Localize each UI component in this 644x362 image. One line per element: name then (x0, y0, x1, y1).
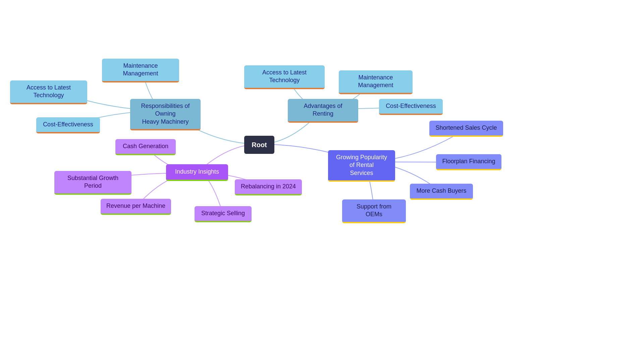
node-access_right[interactable]: Access to Latest Technology (244, 65, 325, 89)
node-responsibilities[interactable]: Responsibilities of OwningHeavy Machiner… (130, 99, 201, 130)
mindmap-container: RootResponsibilities of OwningHeavy Mach… (0, 0, 644, 362)
node-revenue[interactable]: Revenue per Machine (101, 199, 171, 215)
node-cost_right[interactable]: Cost-Effectiveness (379, 99, 443, 115)
node-more_cash[interactable]: More Cash Buyers (410, 184, 473, 200)
node-support[interactable]: Support from OEMs (342, 199, 406, 223)
node-substantial[interactable]: Substantial Growth Period (54, 171, 131, 195)
node-industry[interactable]: Industry Insights (166, 164, 228, 181)
node-strategic[interactable]: Strategic Selling (195, 206, 252, 222)
node-advantages[interactable]: Advantages of Renting (288, 99, 358, 123)
node-shortened[interactable]: Shortened Sales Cycle (429, 121, 503, 137)
node-rebalancing[interactable]: Rebalancing in 2024 (235, 179, 302, 195)
node-access_left[interactable]: Access to Latest Technology (10, 80, 87, 104)
node-root[interactable]: Root (244, 136, 274, 154)
node-cost_left[interactable]: Cost-Effectiveness (36, 117, 100, 133)
node-maintenance_left[interactable]: Maintenance Management (102, 59, 179, 82)
node-growing[interactable]: Growing Popularity of RentalServices (328, 150, 395, 182)
node-cash_gen[interactable]: Cash Generation (115, 139, 176, 155)
node-maintenance_right[interactable]: Maintenance Management (339, 70, 413, 94)
node-floorplan[interactable]: Floorplan Financing (436, 154, 501, 170)
